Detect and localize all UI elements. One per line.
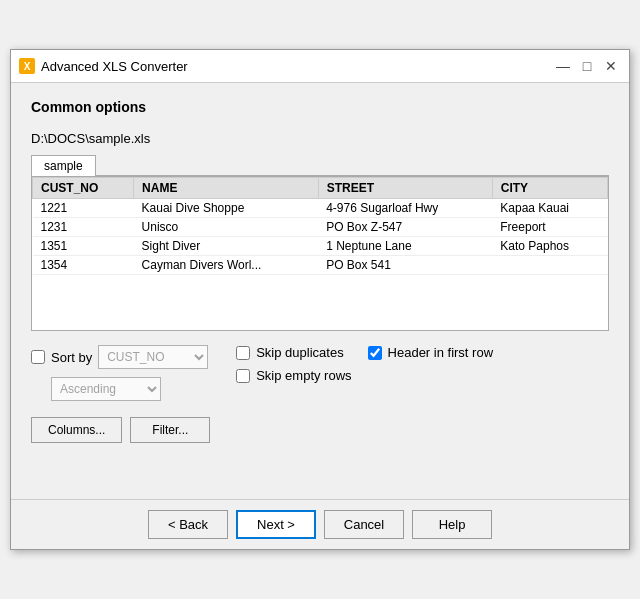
sort-by-checkbox[interactable] [31, 350, 45, 364]
table-cell: 1351 [33, 237, 134, 256]
table-cell: Cayman Divers Worl... [134, 256, 319, 275]
table-cell: PO Box 541 [318, 256, 492, 275]
controls-row: Sort by CUST_NONAMESTREETCITY AscendingD… [31, 345, 609, 401]
sheet-tab[interactable]: sample [31, 155, 96, 176]
columns-button[interactable]: Columns... [31, 417, 122, 443]
title-bar-left: X Advanced XLS Converter [19, 58, 188, 74]
sort-order-select[interactable]: AscendingDescending [51, 377, 161, 401]
table-cell: 1221 [33, 199, 134, 218]
header-checkboxes: Header in first row [368, 345, 493, 360]
skip-empty-rows-label: Skip empty rows [256, 368, 351, 383]
table-cell: Kapaa Kauai [492, 199, 607, 218]
content-area: Common options D:\DOCS\sample.xls sample… [11, 83, 629, 459]
sort-order-row: AscendingDescending [31, 377, 161, 401]
main-window: X Advanced XLS Converter — □ ✕ Common op… [10, 49, 630, 550]
table-cell: PO Box Z-547 [318, 218, 492, 237]
skip-duplicates-label: Skip duplicates [256, 345, 343, 360]
maximize-button[interactable]: □ [577, 56, 597, 76]
title-bar: X Advanced XLS Converter — □ ✕ [11, 50, 629, 83]
sort-group: Sort by CUST_NONAMESTREETCITY AscendingD… [31, 345, 208, 401]
table-cell [492, 256, 607, 275]
app-icon: X [19, 58, 35, 74]
table-row[interactable]: 1221Kauai Dive Shoppe4-976 Sugarloaf Hwy… [33, 199, 608, 218]
skip-duplicates-row: Skip duplicates [236, 345, 351, 360]
table-cell: Sight Diver [134, 237, 319, 256]
data-table: CUST_NO NAME STREET CITY 1221Kauai Dive … [32, 177, 608, 275]
skip-duplicates-checkbox[interactable] [236, 346, 250, 360]
table-row[interactable]: 1231UniscoPO Box Z-547Freeport [33, 218, 608, 237]
header-first-row-checkbox[interactable] [368, 346, 382, 360]
title-bar-controls: — □ ✕ [553, 56, 621, 76]
table-row[interactable]: 1351Sight Diver1 Neptune LaneKato Paphos [33, 237, 608, 256]
data-table-wrapper: CUST_NO NAME STREET CITY 1221Kauai Dive … [31, 176, 609, 331]
skip-empty-rows-checkbox[interactable] [236, 369, 250, 383]
sort-by-label: Sort by [51, 350, 92, 365]
col-header-street: STREET [318, 178, 492, 199]
button-row: Columns... Filter... [31, 417, 609, 443]
skip-empty-rows-row: Skip empty rows [236, 368, 351, 383]
right-checkboxes: Skip duplicates Skip empty rows [236, 345, 351, 383]
table-cell: 1 Neptune Lane [318, 237, 492, 256]
col-header-cust-no: CUST_NO [33, 178, 134, 199]
table-header-row: CUST_NO NAME STREET CITY [33, 178, 608, 199]
close-button[interactable]: ✕ [601, 56, 621, 76]
sort-column-select[interactable]: CUST_NONAMESTREETCITY [98, 345, 208, 369]
table-cell: 1231 [33, 218, 134, 237]
table-cell: Freeport [492, 218, 607, 237]
next-button[interactable]: Next > [236, 510, 316, 539]
bottom-bar: < Back Next > Cancel Help [11, 499, 629, 549]
tab-bar: sample [31, 154, 609, 176]
col-header-name: NAME [134, 178, 319, 199]
sort-by-row: Sort by CUST_NONAMESTREETCITY [31, 345, 208, 369]
table-cell: Kauai Dive Shoppe [134, 199, 319, 218]
table-cell: Unisco [134, 218, 319, 237]
table-cell: 4-976 Sugarloaf Hwy [318, 199, 492, 218]
section-title: Common options [31, 99, 609, 115]
header-first-row-row: Header in first row [368, 345, 493, 360]
window-title: Advanced XLS Converter [41, 59, 188, 74]
file-path: D:\DOCS\sample.xls [31, 131, 609, 146]
help-button[interactable]: Help [412, 510, 492, 539]
table-cell: Kato Paphos [492, 237, 607, 256]
table-row[interactable]: 1354Cayman Divers Worl...PO Box 541 [33, 256, 608, 275]
col-header-city: CITY [492, 178, 607, 199]
table-cell: 1354 [33, 256, 134, 275]
minimize-button[interactable]: — [553, 56, 573, 76]
header-first-row-label: Header in first row [388, 345, 493, 360]
filter-button[interactable]: Filter... [130, 417, 210, 443]
back-button[interactable]: < Back [148, 510, 228, 539]
cancel-button[interactable]: Cancel [324, 510, 404, 539]
